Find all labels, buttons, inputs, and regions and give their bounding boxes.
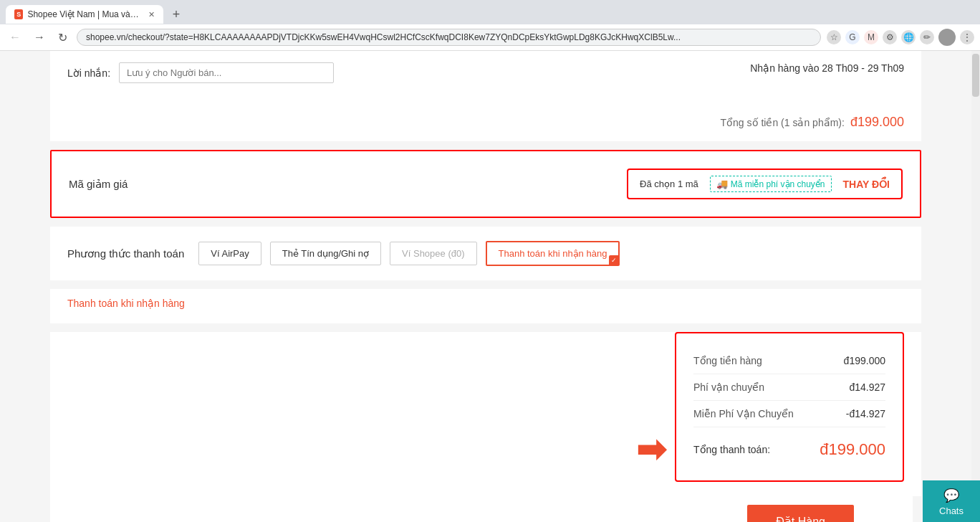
loi-nhan-label: Lời nhắn:: [67, 67, 110, 79]
toolbar-icons: ☆ G M ⚙ 🌐 ✏ ⋮: [827, 29, 974, 46]
checkout-bottom-bar: Đặt Hàng: [50, 496, 913, 522]
dat-hang-button[interactable]: Đặt Hàng: [747, 505, 854, 522]
summary-label-0: Tổng tiền hàng: [693, 355, 762, 366]
summary-row-0: Tổng tiền hàng đ199.000: [693, 348, 885, 374]
scrollbar-track[interactable]: [971, 51, 980, 522]
scrollbar-thumb: [972, 54, 979, 97]
back-button[interactable]: ←: [6, 29, 24, 45]
ext-icon-1[interactable]: G: [845, 30, 860, 44]
chats-icon: 💬: [943, 488, 959, 503]
bookmark-icon[interactable]: ☆: [827, 30, 841, 44]
ext-icon-3[interactable]: ⚙: [883, 30, 897, 44]
tab-close-button[interactable]: ✕: [148, 10, 155, 19]
ma-tag-text: Mã miễn phí vận chuyển: [731, 179, 825, 189]
order-summary-box: Tổng tiền hàng đ199.000 Phí vận chuyển đ…: [675, 332, 904, 482]
ext-icon-2[interactable]: M: [864, 30, 878, 44]
profile-avatar[interactable]: [938, 29, 956, 46]
thay-doi-button[interactable]: THAY ĐỔI: [843, 179, 890, 190]
summary-row-1: Phí vận chuyển đ14.927: [693, 374, 885, 401]
summary-total-row: Tổng thanh toán: đ199.000: [693, 430, 885, 466]
ma-giam-gia-right: Đã chọn 1 mã 🚚 Mã miễn phí vận chuyển TH…: [627, 169, 903, 199]
arrow-container: ➡: [636, 432, 666, 482]
summary-label-2: Miễn Phí Vận Chuyển: [693, 408, 794, 419]
nhan-hang-text: Nhận hàng vào 28 Th09 - 29 Th09: [750, 62, 904, 74]
tong-so-tien-amount: đ199.000: [850, 115, 904, 130]
summary-label-1: Phí vận chuyển: [693, 381, 764, 393]
ext-icon-4[interactable]: 🌐: [901, 30, 916, 44]
phuong-thuc-thanh-toan-section: Phương thức thanh toán Ví AirPay Thẻ Tín…: [50, 227, 921, 280]
loi-nhan-section: Lời nhắn: Nhận hàng vào 28 Th09 - 29 Th0…: [50, 51, 921, 141]
tab-title: Shopee Việt Nam | Mua và Bán T: [27, 9, 141, 19]
top-row: Lời nhắn: Nhận hàng vào 28 Th09 - 29 Th0…: [50, 51, 921, 95]
pttt-airpay-button[interactable]: Ví AirPay: [198, 242, 261, 265]
tong-so-tien-row: Tổng số tiền (1 sản phẩm): đ199.000: [50, 103, 921, 141]
pttt-shopee-button[interactable]: Ví Shopee (đ0): [390, 242, 476, 265]
pttt-row: Phương thức thanh toán Ví AirPay Thẻ Tín…: [67, 241, 904, 266]
tab-bar: S Shopee Việt Nam | Mua và Bán T ✕ +: [0, 0, 980, 24]
pttt-cod-button[interactable]: Thanh toán khi nhận hàng: [486, 241, 620, 266]
active-tab[interactable]: S Shopee Việt Nam | Mua và Bán T ✕: [6, 5, 163, 24]
summary-amount-2: -đ14.927: [846, 408, 885, 419]
tab-favicon: S: [14, 9, 23, 19]
ttknnh-info-text: Thanh toán khi nhận hàng: [67, 298, 185, 309]
summary-row-2: Miễn Phí Vận Chuyển -đ14.927: [693, 401, 885, 427]
truck-icon: 🚚: [716, 179, 728, 189]
address-bar[interactable]: shopee.vn/checkout/?state=H8KLCAAAAAAAAP…: [77, 29, 821, 46]
new-tab-button[interactable]: +: [166, 4, 186, 24]
loi-nhan-row: Lời nhắn:: [67, 62, 334, 83]
page-wrapper: Lời nhắn: Nhận hàng vào 28 Th09 - 29 Th0…: [0, 51, 980, 522]
pttt-label: Phương thức thanh toán: [67, 247, 184, 260]
ext-icon-5[interactable]: ✏: [920, 30, 934, 44]
menu-button[interactable]: ⋮: [960, 30, 974, 44]
chats-button[interactable]: 💬 Chats: [923, 480, 980, 522]
da-chon-text: Đã chọn 1 mã: [640, 179, 698, 189]
ma-tag: 🚚 Mã miễn phí vận chuyển: [710, 176, 832, 192]
loi-nhan-input[interactable]: [119, 62, 334, 83]
bottom-section: ➡ Tổng tiền hàng đ199.000 Phí vận chuyển…: [50, 332, 921, 496]
red-arrow-icon: ➡: [636, 432, 666, 468]
browser-chrome: S Shopee Việt Nam | Mua và Bán T ✕ + ← →…: [0, 0, 980, 51]
total-label: Tổng thanh toán:: [693, 444, 770, 455]
refresh-button[interactable]: ↻: [54, 29, 71, 46]
total-amount: đ199.000: [820, 440, 885, 459]
browser-toolbar: ← → ↻ shopee.vn/checkout/?state=H8KLCAAA…: [0, 24, 980, 51]
summary-amount-0: đ199.000: [844, 355, 885, 366]
summary-amount-1: đ14.927: [849, 381, 885, 393]
tong-so-tien-label: Tổng số tiền (1 sản phẩm):: [721, 117, 845, 128]
chats-label: Chats: [939, 506, 964, 516]
ttknnh-info: Thanh toán khi nhận hàng: [50, 289, 921, 323]
main-area: Lời nhắn: Nhận hàng vào 28 Th09 - 29 Th0…: [0, 51, 971, 522]
ma-giam-gia-section: Mã giảm giá Đã chọn 1 mã 🚚 Mã miễn phí v…: [50, 150, 921, 218]
pttt-credit-button[interactable]: Thẻ Tín dụng/Ghi nợ: [270, 242, 381, 265]
forward-button[interactable]: →: [30, 29, 49, 45]
ma-giam-gia-label: Mã giảm giá: [69, 178, 128, 191]
